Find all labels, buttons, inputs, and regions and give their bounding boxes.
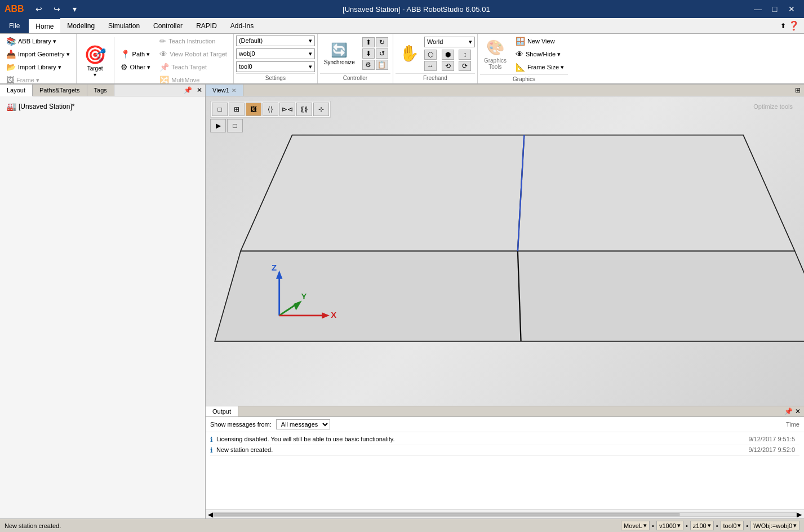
wobj-value: wobj0 — [239, 50, 255, 57]
view-tab-view1[interactable]: View1 ✕ — [206, 85, 243, 96]
ctrl-btn4[interactable]: ↺ — [376, 48, 388, 59]
ctrl-btn6[interactable]: 📋 — [376, 60, 388, 70]
scrollbar-thumb[interactable] — [214, 513, 679, 516]
speed-dropdown[interactable]: v1000 ▾ — [656, 521, 683, 530]
undo-button[interactable]: ↩ — [31, 2, 47, 16]
tab-layout[interactable]: Layout — [0, 85, 33, 96]
wobj-dropdown[interactable]: wobj0 ▾ — [236, 48, 315, 59]
ribbon-group-settings: (Default) ▾ wobj0 ▾ tool0 ▾ Settings — [234, 34, 318, 83]
view-pin-button[interactable]: ⊞ — [792, 85, 804, 95]
abb-library-label: ABB Library ▾ — [18, 38, 56, 45]
help-icon[interactable]: ❓ — [788, 20, 799, 31]
graphics-tools-button[interactable]: 🎨 GraphicsTools — [480, 37, 510, 72]
tab-paths-targets[interactable]: Paths&Targets — [33, 85, 87, 96]
wobj-arrow: ▾ — [309, 50, 312, 57]
teach-target-button: 📌 Teach Target — [156, 61, 231, 73]
scroll-right-btn[interactable]: ▶ — [797, 511, 802, 518]
menu-item-rapid[interactable]: RAPID — [189, 18, 224, 33]
multimove-icon: 🔀 — [159, 76, 169, 85]
3d-viewport[interactable]: □ ⊞ 🖼 ⟨⟩ ⊳⊲ ⟪⟫ ⊹ ▶ □ Optimize tools — [206, 96, 804, 406]
menu-item-file[interactable]: File — [0, 18, 29, 33]
new-view-icon: 🪟 — [516, 37, 525, 46]
path-button[interactable]: 📍 Path ▾ — [117, 48, 155, 60]
redo-button[interactable]: ↪ — [49, 2, 65, 16]
view1-close[interactable]: ✕ — [232, 87, 236, 94]
synchronize-icon: 🔄 — [331, 42, 348, 58]
window-controls: — □ ✕ — [750, 2, 799, 16]
freehand-btn2[interactable]: ⬢ — [442, 50, 454, 60]
title-bar: ABB ↩ ↪ ▾ [Unsaved Station] - ABB RobotS… — [0, 0, 804, 18]
controller-icon-grid: ⬆ ↻ ⬇ ↺ ⚙ 📋 — [360, 35, 390, 72]
output-scrollbar[interactable]: ◀ ▶ — [206, 509, 804, 518]
tree-item-station[interactable]: 🏭 [Unsaved Station]* — [5, 101, 201, 112]
menu-item-simulation[interactable]: Simulation — [101, 18, 146, 33]
svg-text:X: X — [331, 311, 336, 320]
zone-dropdown[interactable]: z100 ▾ — [690, 521, 714, 530]
menu-item-controller[interactable]: Controller — [146, 18, 189, 33]
output-tab-output[interactable]: Output — [206, 406, 238, 416]
speed-value: v1000 — [659, 522, 676, 529]
output-content: ℹ Licensing disabled. You will still be … — [206, 432, 804, 509]
close-button[interactable]: ✕ — [784, 2, 799, 16]
freehand-btn3[interactable]: ↕ — [459, 50, 471, 60]
output-message-1: ℹ Licensing disabled. You will still be … — [210, 435, 799, 445]
import-library-button[interactable]: 📂 Import Library ▾ — [2, 61, 74, 73]
output-close-btn[interactable]: ✕ — [795, 407, 801, 415]
frame-size-icon: 📐 — [516, 63, 525, 72]
abb-library-button[interactable]: 📚 ABB Library ▾ — [2, 35, 74, 47]
default-dropdown[interactable]: (Default) ▾ — [236, 36, 315, 46]
tool-dropdown[interactable]: tool0 ▾ — [236, 61, 315, 72]
ctrl-btn5[interactable]: ⚙ — [362, 60, 375, 70]
tool-status-dropdown[interactable]: tool0 ▾ — [721, 521, 744, 530]
graphics-tools-icon: 🎨 — [486, 39, 504, 56]
show-hide-button[interactable]: 👁 Show/Hide ▾ — [512, 48, 568, 60]
customize-button[interactable]: ▾ — [67, 2, 83, 16]
freehand-button[interactable]: ✋ — [396, 36, 423, 71]
new-view-button[interactable]: 🪟 New View — [512, 35, 568, 47]
minimize-button[interactable]: — — [750, 2, 766, 16]
ribbon-group-build-station: 📚 ABB Library ▾ 📥 Import Geometry ▾ 📂 Im… — [0, 34, 77, 83]
freehand-controls: World ▾ ⬡ ⬢ ↕ ↔ ⟲ ⟳ — [424, 37, 475, 71]
output-pin-btn[interactable]: 📌 — [784, 407, 793, 415]
synchronize-label: Synchronize — [324, 59, 355, 65]
status-right: MoveL ▾ • v1000 ▾ • z100 ▾ • tool0 ▾ • \… — [621, 521, 799, 530]
tab-tags[interactable]: Tags — [87, 85, 114, 96]
quick-access-toolbar: ABB ↩ ↪ ▾ — [5, 2, 83, 16]
menu-item-modeling[interactable]: Modeling — [60, 18, 101, 33]
help-nav-icon[interactable]: ⬆ — [780, 22, 786, 30]
panel-close-button[interactable]: ✕ — [195, 86, 204, 95]
menu-item-home[interactable]: Home — [29, 18, 60, 33]
wobj-status-dropdown[interactable]: \WObj:=wobj0 ▾ — [750, 521, 799, 530]
freehand-btn5[interactable]: ⟲ — [442, 61, 454, 71]
world-dropdown[interactable]: World ▾ — [424, 37, 475, 47]
frame-size-button[interactable]: 📐 Frame Size ▾ — [512, 61, 568, 73]
move-mode-dropdown[interactable]: MoveL ▾ — [621, 521, 650, 530]
freehand-btn6[interactable]: ⟳ — [459, 61, 471, 71]
ctrl-btn3[interactable]: ⬇ — [362, 48, 375, 59]
msg-text-1: Licensing disabled. You will still be ab… — [216, 436, 745, 442]
synchronize-button[interactable]: 🔄 Synchronize — [320, 36, 359, 71]
import-geometry-button[interactable]: 📥 Import Geometry ▾ — [2, 48, 74, 60]
svg-marker-0 — [241, 135, 795, 251]
ctrl-btn2[interactable]: ↻ — [376, 37, 388, 47]
panel-controls: 📌 ✕ — [181, 85, 205, 96]
freehand-btn4[interactable]: ↔ — [424, 61, 437, 71]
ctrl-btn1[interactable]: ⬆ — [362, 37, 375, 47]
menu-item-addins[interactable]: Add-Ins — [224, 18, 260, 33]
maximize-button[interactable]: □ — [767, 2, 783, 16]
new-view-label: New View — [527, 38, 555, 45]
ribbon-group-graphics: 🎨 GraphicsTools 🪟 New View 👁 Show/Hide ▾… — [478, 34, 570, 83]
panel-pin-button[interactable]: 📌 — [182, 86, 194, 95]
controller-content: 🔄 Synchronize ⬆ ↻ ⬇ ↺ ⚙ 📋 — [320, 35, 390, 72]
other-button[interactable]: ⚙ Other ▾ — [117, 61, 155, 73]
default-arrow: ▾ — [309, 37, 312, 45]
msg-time-1: 9/12/2017 9:51:5 — [748, 436, 799, 442]
horizontal-scrollbar[interactable] — [213, 512, 797, 517]
freehand-btn1[interactable]: ⬡ — [424, 50, 437, 60]
scroll-left-btn[interactable]: ◀ — [208, 511, 213, 518]
target-button[interactable]: 🎯 Target ▾ — [79, 41, 112, 81]
world-value: World — [427, 38, 443, 45]
frame-icon: 🖼 — [6, 76, 14, 85]
output-header: Show messages from: All messages Time — [206, 417, 804, 432]
message-filter-dropdown[interactable]: All messages — [276, 419, 330, 429]
